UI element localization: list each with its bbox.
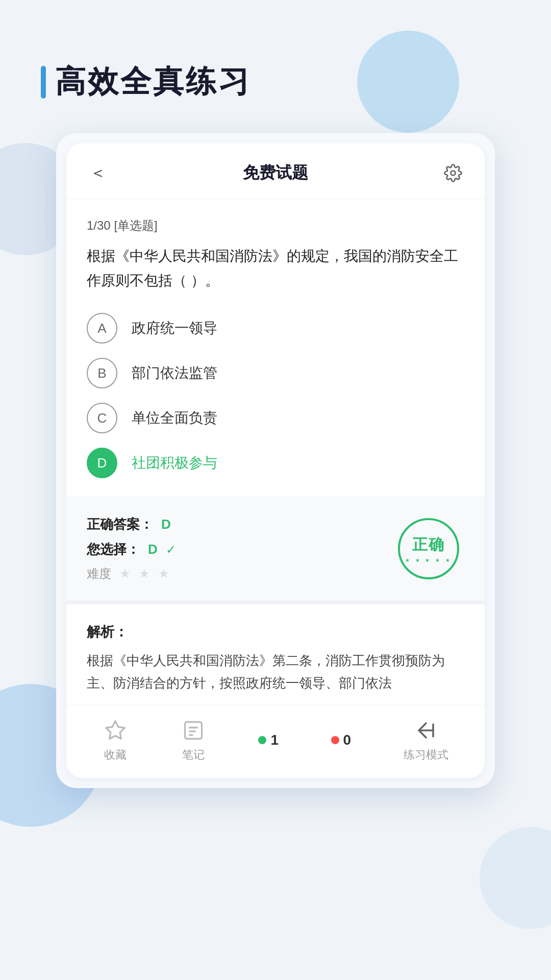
wrong-count-badge: 0 xyxy=(331,732,352,748)
selected-value: D xyxy=(148,542,158,557)
page-title: 高效全真练习 xyxy=(55,61,251,103)
stamp-text: 正确 xyxy=(412,534,445,555)
inner-card: ＜ 免费试题 1/30 [单选题] 根据《中华人民共和国消防法》的规定，我国的消… xyxy=(66,143,485,778)
difficulty-label: 难度 xyxy=(87,566,111,582)
favorite-button[interactable]: 收藏 xyxy=(103,718,128,763)
gear-icon xyxy=(444,164,462,182)
option-a-text: 政府统一领导 xyxy=(132,318,217,338)
back-button[interactable]: ＜ xyxy=(87,162,109,184)
option-a-circle: A xyxy=(87,313,117,344)
correct-count-badge: 1 xyxy=(258,732,279,748)
option-d[interactable]: D 社团积极参与 xyxy=(87,448,464,478)
option-c[interactable]: C 单位全面负责 xyxy=(87,403,464,433)
title-bar: 高效全真练习 xyxy=(41,61,510,103)
analysis-text: 根据《中华人民共和国消防法》第二条，消防工作贯彻预防为主、防消结合的方针，按照政… xyxy=(87,649,464,694)
option-b[interactable]: B 部门依法监管 xyxy=(87,358,464,388)
mode-icon xyxy=(413,718,439,743)
phone-card: ＜ 免费试题 1/30 [单选题] 根据《中华人民共和国消防法》的规定，我国的消… xyxy=(56,133,495,788)
option-b-text: 部门依法监管 xyxy=(132,363,217,383)
mode-button[interactable]: 练习模式 xyxy=(404,718,448,763)
wrong-count: 0 xyxy=(343,732,352,748)
svg-rect-2 xyxy=(185,722,202,739)
notes-icon xyxy=(181,718,206,743)
title-accent xyxy=(41,66,46,99)
question-text: 根据《中华人民共和国消防法》的规定，我国的消防安全工作原则不包括（ ）。 xyxy=(87,244,464,292)
star-1: ★ xyxy=(119,567,131,581)
options-list: A 政府统一领导 B 部门依法监管 C 单位全面负责 D 社团积极参与 xyxy=(87,313,464,478)
correct-label: 正确答案： xyxy=(87,516,153,533)
question-area: 1/30 [单选题] 根据《中华人民共和国消防法》的规定，我国的消防安全工作原则… xyxy=(66,199,485,497)
option-c-circle: C xyxy=(87,403,117,433)
svg-marker-1 xyxy=(106,721,125,739)
option-d-circle: D xyxy=(87,448,117,478)
correct-value: D xyxy=(161,517,171,532)
wrong-dot xyxy=(331,736,339,744)
selected-label: 您选择： xyxy=(87,541,140,558)
correct-stamp: 正确 ★ ★ ★ ★ ★ xyxy=(398,518,459,579)
svg-point-0 xyxy=(451,171,456,176)
back-icon: ＜ xyxy=(90,162,106,184)
question-meta: 1/30 [单选题] xyxy=(87,217,464,234)
page-header: 高效全真练习 xyxy=(0,0,551,133)
bottom-toolbar: 收藏 笔记 1 0 xyxy=(66,705,485,778)
mode-label: 练习模式 xyxy=(404,747,448,763)
card-header: ＜ 免费试题 xyxy=(66,143,485,199)
analysis-section: 解析： 根据《中华人民共和国消防法》第二条，消防工作贯彻预防为主、防消结合的方针… xyxy=(66,600,485,704)
stamp-dots: ★ ★ ★ ★ ★ xyxy=(405,557,452,563)
option-b-circle: B xyxy=(87,358,117,388)
answer-section: 正确答案： D 您选择： D ✓ 难度 ★ ★ ★ 正确 ★ ★ ★ ★ ★ xyxy=(66,497,485,600)
card-title: 免费试题 xyxy=(243,162,308,184)
bg-decoration-4 xyxy=(480,827,551,929)
favorite-label: 收藏 xyxy=(104,747,127,763)
notes-label: 笔记 xyxy=(182,747,205,763)
checkmark-icon: ✓ xyxy=(166,543,176,557)
correct-count: 1 xyxy=(270,732,279,748)
option-c-text: 单位全面负责 xyxy=(132,408,217,428)
star-2: ★ xyxy=(139,567,150,581)
option-a[interactable]: A 政府统一领导 xyxy=(87,313,464,344)
notes-button[interactable]: 笔记 xyxy=(181,718,206,763)
correct-dot xyxy=(258,736,266,744)
analysis-title: 解析： xyxy=(87,623,464,641)
star-3: ★ xyxy=(158,567,169,581)
settings-button[interactable] xyxy=(442,162,464,184)
option-d-text: 社团积极参与 xyxy=(132,453,217,473)
favorite-icon xyxy=(103,718,128,743)
